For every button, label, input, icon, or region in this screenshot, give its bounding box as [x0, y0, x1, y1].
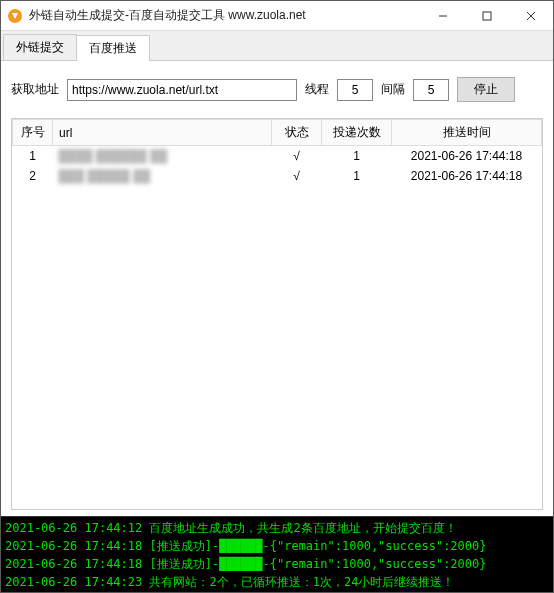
app-icon: [7, 8, 23, 24]
interval-label: 间隔: [381, 81, 405, 98]
log-console: 2021-06-26 17:44:12 百度地址生成成功，共生成2条百度地址，开…: [1, 516, 553, 592]
control-row: 获取地址 线程 间隔 停止: [1, 61, 553, 118]
log-line: 2021-06-26 17:44:23 共有网站：2个，已循环推送：1次，24小…: [5, 573, 549, 591]
cell-status: √: [272, 166, 322, 186]
log-line: 2021-06-26 17:44:18 [推送成功]-██████-{"rema…: [5, 537, 549, 555]
maximize-button[interactable]: [465, 1, 509, 30]
tab-baidu-push[interactable]: 百度推送: [76, 35, 150, 61]
window-title: 外链自动生成提交-百度自动提交工具 www.zuola.net: [29, 7, 421, 24]
cell-time: 2021-06-26 17:44:18: [392, 146, 542, 167]
log-line: 2021-06-26 17:44:12 百度地址生成成功，共生成2条百度地址，开…: [5, 519, 549, 537]
titlebar: 外链自动生成提交-百度自动提交工具 www.zuola.net: [1, 1, 553, 31]
col-status[interactable]: 状态: [272, 120, 322, 146]
cell-count: 1: [322, 166, 392, 186]
minimize-button[interactable]: [421, 1, 465, 30]
cell-index: 1: [13, 146, 53, 167]
col-count[interactable]: 投递次数: [322, 120, 392, 146]
cell-count: 1: [322, 146, 392, 167]
fetch-url-input[interactable]: [67, 79, 297, 101]
tab-external-submit[interactable]: 外链提交: [3, 34, 77, 60]
results-table: 序号 url 状态 投递次数 推送时间 1████ ██████ ██√1202…: [12, 119, 542, 186]
table-row[interactable]: 1████ ██████ ██√12021-06-26 17:44:18: [13, 146, 542, 167]
col-url[interactable]: url: [53, 120, 272, 146]
table-header-row: 序号 url 状态 投递次数 推送时间: [13, 120, 542, 146]
results-table-wrap: 序号 url 状态 投递次数 推送时间 1████ ██████ ██√1202…: [11, 118, 543, 510]
threads-label: 线程: [305, 81, 329, 98]
cell-index: 2: [13, 166, 53, 186]
fetch-url-label: 获取地址: [11, 81, 59, 98]
close-button[interactable]: [509, 1, 553, 30]
cell-url: ███ █████ ██: [53, 166, 272, 186]
window-controls: [421, 1, 553, 30]
col-index[interactable]: 序号: [13, 120, 53, 146]
cell-status: √: [272, 146, 322, 167]
cell-time: 2021-06-26 17:44:18: [392, 166, 542, 186]
cell-url: ████ ██████ ██: [53, 146, 272, 167]
col-time[interactable]: 推送时间: [392, 120, 542, 146]
threads-input[interactable]: [337, 79, 373, 101]
table-row[interactable]: 2███ █████ ██√12021-06-26 17:44:18: [13, 166, 542, 186]
stop-button[interactable]: 停止: [457, 77, 515, 102]
svg-rect-2: [483, 12, 491, 20]
log-line: 2021-06-26 17:44:18 [推送成功]-██████-{"rema…: [5, 555, 549, 573]
interval-input[interactable]: [413, 79, 449, 101]
tab-bar: 外链提交 百度推送: [1, 31, 553, 61]
app-window: 外链自动生成提交-百度自动提交工具 www.zuola.net 外链提交 百度推…: [0, 0, 554, 593]
